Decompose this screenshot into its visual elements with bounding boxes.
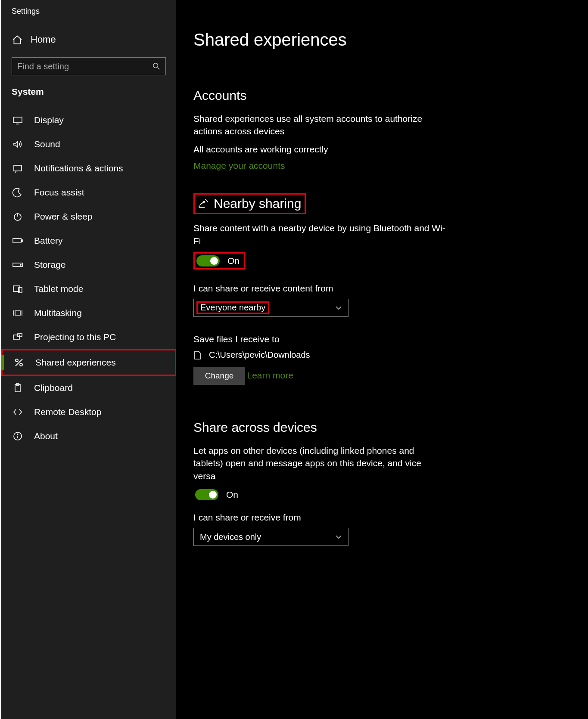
info-icon bbox=[12, 431, 24, 441]
notifications-icon bbox=[12, 163, 24, 174]
svg-rect-4 bbox=[14, 165, 22, 171]
accounts-desc: Shared experiences use all system accoun… bbox=[193, 112, 435, 138]
svg-rect-8 bbox=[22, 240, 22, 242]
svg-point-0 bbox=[153, 63, 158, 68]
nearby-toggle-highlight: On bbox=[193, 252, 245, 270]
storage-icon bbox=[12, 260, 24, 270]
across-toggle-row: On bbox=[193, 487, 588, 502]
moon-icon bbox=[12, 187, 24, 198]
nav-storage[interactable]: Storage bbox=[1, 253, 176, 277]
nav-battery[interactable]: Battery bbox=[1, 229, 176, 253]
nav-label: Clipboard bbox=[34, 383, 73, 393]
nav-label: About bbox=[34, 431, 58, 441]
search-icon bbox=[152, 62, 160, 70]
projecting-icon bbox=[12, 332, 24, 342]
nav-label: Tablet mode bbox=[34, 284, 83, 294]
nav-label: Storage bbox=[34, 260, 66, 270]
save-path-row: C:\Users\pevic\Downloads bbox=[193, 350, 588, 361]
window-title: Settings bbox=[1, 4, 176, 22]
svg-line-1 bbox=[158, 68, 160, 70]
across-receive-heading: I can share or receive from bbox=[193, 512, 588, 523]
nav-label: Projecting to this PC bbox=[34, 332, 116, 342]
across-heading: Share across devices bbox=[193, 420, 588, 435]
save-path: C:\Users\pevic\Downloads bbox=[209, 350, 310, 360]
svg-point-10 bbox=[20, 264, 21, 265]
svg-point-18 bbox=[16, 359, 18, 362]
nearby-toggle[interactable] bbox=[196, 255, 220, 267]
remote-desktop-icon bbox=[12, 407, 24, 417]
nav-label: Power & sleep bbox=[34, 211, 92, 222]
nearby-toggle-label: On bbox=[227, 256, 240, 266]
nav-tablet-mode[interactable]: Tablet mode bbox=[1, 277, 176, 301]
across-receive-dropdown[interactable]: My devices only bbox=[193, 528, 348, 546]
nav-sound[interactable]: Sound bbox=[1, 132, 176, 156]
page-title: Shared experiences bbox=[193, 30, 588, 50]
svg-rect-2 bbox=[13, 117, 22, 123]
nav-label: Focus assist bbox=[34, 187, 84, 198]
svg-rect-15 bbox=[15, 311, 20, 315]
svg-point-25 bbox=[17, 434, 18, 435]
nav-list: Display Sound Notifications & actions Fo… bbox=[1, 108, 176, 448]
nav-label: Remote Desktop bbox=[34, 407, 101, 417]
sidebar: Settings Home System Display Sound Notif… bbox=[0, 0, 176, 719]
nav-label: Shared experiences bbox=[35, 357, 116, 368]
home-label: Home bbox=[31, 34, 56, 45]
nearby-heading: Nearby sharing bbox=[214, 196, 301, 211]
main-content: Shared experiences Accounts Shared exper… bbox=[176, 0, 588, 719]
svg-point-19 bbox=[20, 363, 22, 366]
nav-display[interactable]: Display bbox=[1, 108, 176, 132]
svg-line-20 bbox=[16, 359, 22, 366]
nav-label: Notifications & actions bbox=[34, 163, 123, 174]
search-box[interactable] bbox=[12, 57, 166, 75]
nearby-desc: Share content with a nearby device by us… bbox=[193, 222, 452, 247]
display-icon bbox=[12, 115, 24, 125]
nav-label: Battery bbox=[34, 236, 63, 246]
battery-icon bbox=[12, 236, 24, 246]
category-title: System bbox=[1, 87, 176, 108]
nav-notifications[interactable]: Notifications & actions bbox=[1, 156, 176, 180]
accounts-status: All accounts are working correctly bbox=[193, 143, 435, 155]
home-icon bbox=[12, 35, 23, 44]
accounts-heading: Accounts bbox=[193, 88, 588, 103]
across-desc: Let apps on other devices (including lin… bbox=[193, 444, 443, 482]
chevron-down-icon bbox=[335, 306, 342, 310]
file-icon bbox=[193, 350, 203, 361]
manage-accounts-link[interactable]: Manage your accounts bbox=[193, 161, 285, 171]
nav-label: Display bbox=[34, 115, 64, 125]
nearby-toggle-row: On bbox=[195, 254, 244, 268]
nav-power-sleep[interactable]: Power & sleep bbox=[1, 205, 176, 229]
svg-rect-12 bbox=[19, 288, 22, 293]
nav-remote-desktop[interactable]: Remote Desktop bbox=[1, 400, 176, 424]
clipboard-icon bbox=[12, 383, 24, 393]
multitasking-icon bbox=[12, 308, 24, 318]
nav-multitasking[interactable]: Multitasking bbox=[1, 301, 176, 325]
svg-rect-7 bbox=[13, 239, 21, 243]
nearby-receive-value: Everyone nearby bbox=[196, 301, 269, 314]
sound-icon bbox=[12, 139, 24, 149]
nav-label: Sound bbox=[34, 139, 60, 149]
svg-rect-16 bbox=[13, 335, 19, 339]
power-icon bbox=[12, 211, 24, 222]
nearby-heading-highlight: Nearby sharing bbox=[193, 193, 306, 214]
search-input[interactable] bbox=[17, 62, 152, 71]
nearby-heading-row: Nearby sharing bbox=[195, 195, 305, 213]
nearby-receive-heading: I can share or receive content from bbox=[193, 283, 588, 294]
tablet-icon bbox=[12, 284, 24, 294]
nav-projecting[interactable]: Projecting to this PC bbox=[1, 325, 176, 349]
nav-focus-assist[interactable]: Focus assist bbox=[1, 180, 176, 205]
across-toggle-label: On bbox=[226, 490, 238, 500]
home-button[interactable]: Home bbox=[1, 29, 176, 50]
across-receive-value: My devices only bbox=[200, 532, 261, 542]
learn-more-link[interactable]: Learn more bbox=[247, 370, 293, 381]
nav-label: Multitasking bbox=[34, 308, 82, 318]
change-button[interactable]: Change bbox=[193, 367, 245, 385]
save-files-heading: Save files I receive to bbox=[193, 334, 588, 344]
across-toggle[interactable] bbox=[195, 489, 218, 500]
nav-shared-experiences[interactable]: Shared experiences bbox=[1, 349, 176, 376]
chevron-down-icon bbox=[335, 535, 342, 539]
nearby-receive-dropdown[interactable]: Everyone nearby bbox=[193, 299, 348, 317]
nav-about[interactable]: About bbox=[1, 424, 176, 448]
shared-experiences-icon bbox=[13, 357, 25, 368]
nav-clipboard[interactable]: Clipboard bbox=[1, 376, 176, 400]
share-icon bbox=[196, 197, 209, 210]
